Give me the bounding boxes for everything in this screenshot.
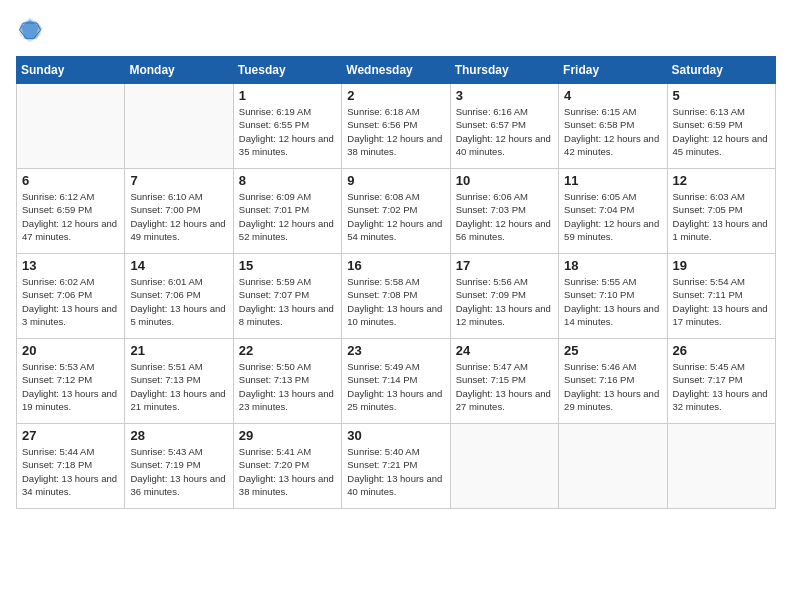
day-cell: 20Sunrise: 5:53 AM Sunset: 7:12 PM Dayli… — [17, 339, 125, 424]
day-number: 4 — [564, 88, 661, 103]
calendar-body: 1Sunrise: 6:19 AM Sunset: 6:55 PM Daylig… — [17, 84, 776, 509]
day-cell: 21Sunrise: 5:51 AM Sunset: 7:13 PM Dayli… — [125, 339, 233, 424]
day-info: Sunrise: 6:06 AM Sunset: 7:03 PM Dayligh… — [456, 190, 553, 243]
day-number: 24 — [456, 343, 553, 358]
day-number: 21 — [130, 343, 227, 358]
day-cell — [559, 424, 667, 509]
day-info: Sunrise: 5:59 AM Sunset: 7:07 PM Dayligh… — [239, 275, 336, 328]
day-cell: 25Sunrise: 5:46 AM Sunset: 7:16 PM Dayli… — [559, 339, 667, 424]
day-cell: 2Sunrise: 6:18 AM Sunset: 6:56 PM Daylig… — [342, 84, 450, 169]
day-cell: 24Sunrise: 5:47 AM Sunset: 7:15 PM Dayli… — [450, 339, 558, 424]
day-number: 16 — [347, 258, 444, 273]
day-number: 1 — [239, 88, 336, 103]
day-info: Sunrise: 6:12 AM Sunset: 6:59 PM Dayligh… — [22, 190, 119, 243]
day-info: Sunrise: 5:53 AM Sunset: 7:12 PM Dayligh… — [22, 360, 119, 413]
day-cell: 13Sunrise: 6:02 AM Sunset: 7:06 PM Dayli… — [17, 254, 125, 339]
day-info: Sunrise: 6:09 AM Sunset: 7:01 PM Dayligh… — [239, 190, 336, 243]
weekday-header-saturday: Saturday — [667, 57, 775, 84]
day-info: Sunrise: 5:49 AM Sunset: 7:14 PM Dayligh… — [347, 360, 444, 413]
day-cell: 4Sunrise: 6:15 AM Sunset: 6:58 PM Daylig… — [559, 84, 667, 169]
day-number: 2 — [347, 88, 444, 103]
page-header — [16, 16, 776, 44]
day-cell: 10Sunrise: 6:06 AM Sunset: 7:03 PM Dayli… — [450, 169, 558, 254]
day-cell: 6Sunrise: 6:12 AM Sunset: 6:59 PM Daylig… — [17, 169, 125, 254]
day-info: Sunrise: 5:44 AM Sunset: 7:18 PM Dayligh… — [22, 445, 119, 498]
day-cell: 5Sunrise: 6:13 AM Sunset: 6:59 PM Daylig… — [667, 84, 775, 169]
day-info: Sunrise: 5:58 AM Sunset: 7:08 PM Dayligh… — [347, 275, 444, 328]
day-info: Sunrise: 6:05 AM Sunset: 7:04 PM Dayligh… — [564, 190, 661, 243]
day-number: 29 — [239, 428, 336, 443]
day-number: 30 — [347, 428, 444, 443]
day-info: Sunrise: 5:43 AM Sunset: 7:19 PM Dayligh… — [130, 445, 227, 498]
day-number: 17 — [456, 258, 553, 273]
day-number: 20 — [22, 343, 119, 358]
day-cell: 19Sunrise: 5:54 AM Sunset: 7:11 PM Dayli… — [667, 254, 775, 339]
day-number: 14 — [130, 258, 227, 273]
week-row-2: 6Sunrise: 6:12 AM Sunset: 6:59 PM Daylig… — [17, 169, 776, 254]
day-info: Sunrise: 5:54 AM Sunset: 7:11 PM Dayligh… — [673, 275, 770, 328]
week-row-5: 27Sunrise: 5:44 AM Sunset: 7:18 PM Dayli… — [17, 424, 776, 509]
day-info: Sunrise: 5:56 AM Sunset: 7:09 PM Dayligh… — [456, 275, 553, 328]
week-row-3: 13Sunrise: 6:02 AM Sunset: 7:06 PM Dayli… — [17, 254, 776, 339]
day-cell: 15Sunrise: 5:59 AM Sunset: 7:07 PM Dayli… — [233, 254, 341, 339]
day-cell: 9Sunrise: 6:08 AM Sunset: 7:02 PM Daylig… — [342, 169, 450, 254]
day-info: Sunrise: 6:16 AM Sunset: 6:57 PM Dayligh… — [456, 105, 553, 158]
day-cell: 7Sunrise: 6:10 AM Sunset: 7:00 PM Daylig… — [125, 169, 233, 254]
day-number: 7 — [130, 173, 227, 188]
day-number: 25 — [564, 343, 661, 358]
day-cell: 14Sunrise: 6:01 AM Sunset: 7:06 PM Dayli… — [125, 254, 233, 339]
day-info: Sunrise: 5:41 AM Sunset: 7:20 PM Dayligh… — [239, 445, 336, 498]
day-number: 12 — [673, 173, 770, 188]
day-info: Sunrise: 6:19 AM Sunset: 6:55 PM Dayligh… — [239, 105, 336, 158]
day-cell — [667, 424, 775, 509]
day-info: Sunrise: 6:02 AM Sunset: 7:06 PM Dayligh… — [22, 275, 119, 328]
day-info: Sunrise: 6:10 AM Sunset: 7:00 PM Dayligh… — [130, 190, 227, 243]
day-number: 10 — [456, 173, 553, 188]
day-cell: 1Sunrise: 6:19 AM Sunset: 6:55 PM Daylig… — [233, 84, 341, 169]
weekday-header-row: SundayMondayTuesdayWednesdayThursdayFrid… — [17, 57, 776, 84]
day-number: 19 — [673, 258, 770, 273]
day-number: 18 — [564, 258, 661, 273]
day-info: Sunrise: 5:50 AM Sunset: 7:13 PM Dayligh… — [239, 360, 336, 413]
week-row-4: 20Sunrise: 5:53 AM Sunset: 7:12 PM Dayli… — [17, 339, 776, 424]
day-info: Sunrise: 6:03 AM Sunset: 7:05 PM Dayligh… — [673, 190, 770, 243]
day-cell: 30Sunrise: 5:40 AM Sunset: 7:21 PM Dayli… — [342, 424, 450, 509]
day-number: 23 — [347, 343, 444, 358]
logo-icon — [16, 16, 44, 44]
day-number: 6 — [22, 173, 119, 188]
day-number: 27 — [22, 428, 119, 443]
day-number: 8 — [239, 173, 336, 188]
day-cell: 11Sunrise: 6:05 AM Sunset: 7:04 PM Dayli… — [559, 169, 667, 254]
weekday-header-monday: Monday — [125, 57, 233, 84]
day-number: 11 — [564, 173, 661, 188]
day-info: Sunrise: 5:40 AM Sunset: 7:21 PM Dayligh… — [347, 445, 444, 498]
day-cell — [450, 424, 558, 509]
day-number: 22 — [239, 343, 336, 358]
day-cell: 3Sunrise: 6:16 AM Sunset: 6:57 PM Daylig… — [450, 84, 558, 169]
day-info: Sunrise: 6:13 AM Sunset: 6:59 PM Dayligh… — [673, 105, 770, 158]
weekday-header-friday: Friday — [559, 57, 667, 84]
logo — [16, 16, 48, 44]
weekday-header-sunday: Sunday — [17, 57, 125, 84]
day-info: Sunrise: 6:15 AM Sunset: 6:58 PM Dayligh… — [564, 105, 661, 158]
day-info: Sunrise: 5:55 AM Sunset: 7:10 PM Dayligh… — [564, 275, 661, 328]
day-number: 15 — [239, 258, 336, 273]
weekday-header-tuesday: Tuesday — [233, 57, 341, 84]
day-cell — [17, 84, 125, 169]
day-info: Sunrise: 5:46 AM Sunset: 7:16 PM Dayligh… — [564, 360, 661, 413]
day-cell — [125, 84, 233, 169]
day-cell: 18Sunrise: 5:55 AM Sunset: 7:10 PM Dayli… — [559, 254, 667, 339]
day-cell: 23Sunrise: 5:49 AM Sunset: 7:14 PM Dayli… — [342, 339, 450, 424]
weekday-header-thursday: Thursday — [450, 57, 558, 84]
day-cell: 27Sunrise: 5:44 AM Sunset: 7:18 PM Dayli… — [17, 424, 125, 509]
week-row-1: 1Sunrise: 6:19 AM Sunset: 6:55 PM Daylig… — [17, 84, 776, 169]
day-number: 5 — [673, 88, 770, 103]
day-info: Sunrise: 6:08 AM Sunset: 7:02 PM Dayligh… — [347, 190, 444, 243]
day-cell: 22Sunrise: 5:50 AM Sunset: 7:13 PM Dayli… — [233, 339, 341, 424]
day-cell: 28Sunrise: 5:43 AM Sunset: 7:19 PM Dayli… — [125, 424, 233, 509]
day-cell: 26Sunrise: 5:45 AM Sunset: 7:17 PM Dayli… — [667, 339, 775, 424]
day-info: Sunrise: 5:47 AM Sunset: 7:15 PM Dayligh… — [456, 360, 553, 413]
day-number: 28 — [130, 428, 227, 443]
weekday-header-wednesday: Wednesday — [342, 57, 450, 84]
day-number: 13 — [22, 258, 119, 273]
